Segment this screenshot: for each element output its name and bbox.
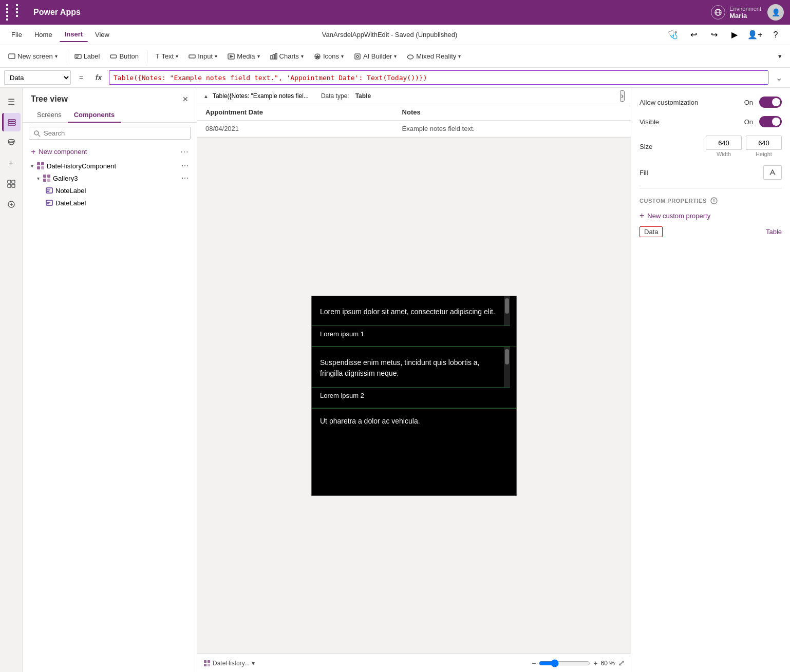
tree-item-note-label[interactable]: NoteLabel	[23, 184, 197, 197]
preview-item-1: Lorem ipsum dolor sit amet, consectetur …	[312, 296, 510, 326]
svg-rect-23	[8, 180, 11, 183]
fill-color-button[interactable]	[763, 165, 782, 180]
new-custom-property-button[interactable]: + New custom property	[639, 211, 782, 220]
play-icon[interactable]: ▶	[726, 27, 743, 43]
menu-view[interactable]: View	[90, 28, 115, 42]
user-add-icon[interactable]: 👤+	[747, 27, 763, 43]
custom-properties-section-title: CUSTOM PROPERTIES	[639, 197, 782, 205]
zoom-plus-button[interactable]: +	[593, 659, 597, 667]
stethoscope-icon[interactable]: 🩺	[665, 27, 681, 43]
tree-item-date-history-component[interactable]: ▾ DateHistoryComponent ⋯	[23, 160, 197, 172]
fit-to-screen-button[interactable]: ⤢	[618, 658, 625, 668]
svg-rect-25	[8, 184, 11, 187]
menu-home[interactable]: Home	[29, 28, 58, 42]
charts-button[interactable]: Charts ▾	[266, 50, 308, 62]
undo-icon[interactable]: ↩	[685, 27, 702, 43]
menu-insert[interactable]: Insert	[60, 27, 88, 42]
formula-expand-icon[interactable]: ⌄	[772, 70, 786, 85]
allow-customization-toggle[interactable]	[759, 97, 782, 108]
svg-point-30	[34, 131, 39, 135]
button-button[interactable]: Button	[106, 50, 143, 62]
svg-rect-8	[189, 55, 195, 58]
svg-rect-34	[37, 166, 40, 169]
scrollbar-2[interactable]	[504, 347, 510, 387]
formula-result-bar: ▲ Table({Notes: "Example notes fiel... D…	[197, 88, 631, 104]
scrollbar-1[interactable]	[504, 296, 510, 325]
new-screen-chevron: ▾	[55, 53, 58, 59]
formula-input[interactable]	[109, 70, 768, 85]
allow-customization-label: Allow customization	[639, 99, 698, 106]
tree-title: Tree view	[31, 94, 68, 104]
svg-rect-20	[8, 124, 15, 125]
property-row-data: Data Table	[639, 226, 782, 237]
new-screen-button[interactable]: New screen ▾	[4, 50, 62, 62]
tree-item-date-label[interactable]: DateLabel	[23, 197, 197, 209]
svg-rect-13	[275, 53, 277, 59]
formula-fx-icon[interactable]: fx	[91, 70, 106, 85]
zoom-minus-button[interactable]: −	[532, 659, 536, 667]
visible-toggle[interactable]	[759, 116, 782, 127]
table-row: 08/04/2021 Example notes field text.	[197, 121, 631, 137]
svg-rect-11	[271, 55, 272, 59]
data-table: Appointment Date Notes 08/04/2021 Exampl…	[197, 104, 631, 138]
icons-button[interactable]: Icons ▾	[310, 50, 348, 62]
chevron-down-small-icon[interactable]: ▾	[252, 660, 255, 667]
main-layout: ☰ + Tree view ✕ Screens Components	[0, 88, 790, 672]
sidebar-components-icon[interactable]	[2, 175, 21, 193]
text-button[interactable]: T Text ▾	[152, 50, 182, 62]
sidebar-menu-icon[interactable]: ☰	[2, 92, 21, 111]
svg-rect-46	[204, 660, 206, 663]
preview-item-2: Suspendisse enim metus, tincidunt quis l…	[312, 347, 510, 388]
help-icon[interactable]: ?	[767, 27, 784, 43]
sidebar-variables-icon[interactable]	[2, 195, 21, 214]
formula-property-dropdown[interactable]: Data	[4, 70, 71, 85]
formula-bar: Data = fx ⌄	[0, 68, 790, 88]
bottom-bar: DateHistory... ▾ − + 60 % ⤢	[197, 654, 631, 672]
app-preview: Lorem ipsum dolor sit amet, consectetur …	[311, 296, 517, 496]
top-bar: Power Apps Environment Maria 👤	[0, 0, 790, 25]
formula-equals-icon[interactable]: =	[74, 70, 88, 85]
search-input[interactable]	[44, 129, 186, 137]
svg-rect-48	[204, 664, 206, 666]
right-panel: Allow customization On Visible On Size	[631, 88, 790, 672]
media-button[interactable]: Media ▾	[223, 50, 264, 62]
more-options-icon[interactable]: ⋯	[181, 162, 189, 170]
ai-builder-button[interactable]: AI Builder ▾	[350, 50, 401, 62]
svg-rect-35	[41, 166, 44, 169]
property-name[interactable]: Data	[639, 226, 663, 237]
redo-icon[interactable]: ↪	[706, 27, 722, 43]
result-expand-icon[interactable]: ›	[620, 90, 625, 102]
size-height-input[interactable]	[746, 136, 782, 150]
sidebar-layers-icon[interactable]	[2, 113, 21, 131]
menu-bar: File Home Insert View VanArsdelAppWithEd…	[0, 25, 790, 45]
visible-label: Visible	[639, 118, 659, 126]
canvas-area: ▲ Table({Notes: "Example notes fiel... D…	[197, 88, 631, 672]
tree-item-gallery3[interactable]: ▾ Gallery3 ⋯	[23, 172, 197, 184]
tab-screens[interactable]: Screens	[31, 108, 68, 123]
height-label: Height	[756, 151, 772, 157]
user-avatar[interactable]: 👤	[767, 4, 784, 21]
tab-components[interactable]: Components	[68, 108, 121, 123]
new-component-button[interactable]: + New component ⋯	[23, 144, 197, 160]
env-icon[interactable]	[711, 5, 725, 20]
input-button[interactable]: Input ▾	[184, 50, 221, 62]
search-box[interactable]	[29, 127, 191, 140]
more-options-icon[interactable]: ⋯	[181, 174, 189, 182]
sidebar-data-icon[interactable]	[2, 133, 21, 152]
col-notes: Notes	[394, 104, 631, 121]
zoom-slider[interactable]	[539, 659, 590, 667]
svg-rect-40	[46, 188, 52, 193]
size-width-input[interactable]	[706, 136, 742, 150]
app-grid-icon[interactable]	[6, 4, 24, 21]
mixed-reality-button[interactable]: Mixed Reality ▾	[403, 50, 465, 62]
tree-close-button[interactable]: ✕	[182, 95, 189, 103]
visible-on-label: On	[744, 118, 753, 126]
app-title: Power Apps	[33, 8, 81, 17]
env-info: Environment Maria	[711, 5, 761, 20]
toolbar-more-button[interactable]: ▾	[774, 50, 786, 62]
gallery-icon	[43, 174, 51, 182]
label-button[interactable]: Label	[70, 50, 104, 62]
menu-file[interactable]: File	[6, 28, 27, 42]
chevron-icon: ▲	[203, 93, 209, 99]
sidebar-add-icon[interactable]: +	[2, 154, 21, 172]
